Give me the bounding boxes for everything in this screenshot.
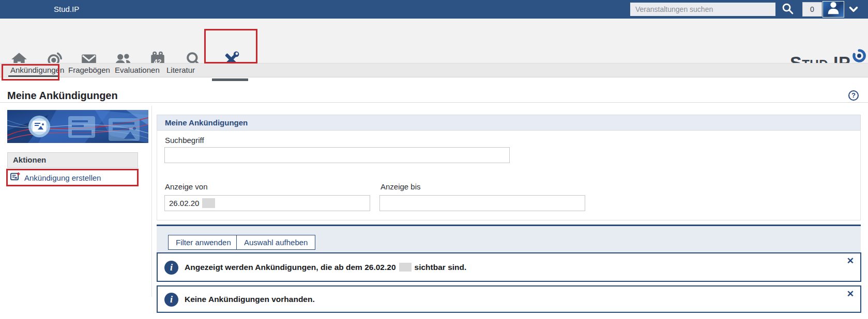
user-icon: [825, 1, 842, 17]
message-text-suffix: sichtbar sind.: [415, 263, 467, 272]
filter-box-footer: Filter anwenden Auswahl aufheben: [157, 226, 861, 256]
apply-filter-button[interactable]: Filter anwenden: [168, 235, 239, 250]
sidebar-actions-header: Aktionen: [7, 152, 138, 168]
search-icon: [781, 9, 795, 17]
chevron-down-icon[interactable]: [848, 4, 859, 14]
tab-active-indicator: [8, 75, 58, 77]
search-term-label: Suchbegriff: [165, 136, 204, 145]
info-icon: i: [164, 261, 178, 275]
top-bar: Stud.IP 0: [0, 0, 868, 19]
display-from-label: Anzeige von: [165, 182, 208, 191]
display-from-field: [164, 195, 370, 211]
close-icon[interactable]: ✕: [847, 256, 854, 266]
page-title: Meine Ankündigungen: [7, 90, 118, 102]
avatar[interactable]: [823, 1, 844, 18]
brand-title: Stud.IP: [54, 0, 79, 19]
create-announcement-label: Ankündigung erstellen: [24, 173, 101, 182]
search-term-input[interactable]: [164, 147, 510, 163]
redaction-overlay: [202, 198, 215, 208]
announcement-add-icon: [10, 172, 20, 184]
tools-active-indicator: [212, 78, 248, 81]
reset-filter-button[interactable]: Auswahl aufheben: [236, 235, 315, 250]
filter-box-body: Suchbegriff Anzeige von Anzeige bis: [157, 130, 861, 220]
main-navigation: 42 Tools Stud.IP: [0, 19, 868, 63]
tab-literatur[interactable]: Literatur: [166, 63, 195, 77]
close-icon[interactable]: ✕: [847, 289, 854, 299]
message-text-prefix: Angezeigt werden Ankündigungen, die ab d…: [185, 263, 396, 272]
sidebar-banner-image: [7, 110, 148, 143]
filter-box: Meine Ankündigungen Suchbegriff Anzeige …: [157, 115, 861, 256]
create-announcement-link[interactable]: Ankündigung erstellen: [10, 171, 101, 184]
tab-frageboegen[interactable]: Fragebögen: [68, 63, 110, 77]
empty-message-text: Keine Ankündigungen vorhanden.: [185, 295, 315, 304]
notification-count-badge[interactable]: 0: [802, 2, 822, 17]
info-icon: i: [164, 293, 178, 307]
course-search-input[interactable]: [630, 3, 775, 16]
help-icon[interactable]: ?: [848, 90, 859, 101]
sidebar-divider: [151, 106, 152, 297]
display-until-label: Anzeige bis: [380, 182, 421, 191]
redaction-overlay: [399, 263, 412, 272]
display-from-input[interactable]: [164, 195, 370, 211]
filter-box-title: Meine Ankündigungen: [157, 115, 861, 130]
display-until-input[interactable]: [379, 195, 585, 211]
info-message-empty: i Keine Ankündigungen vorhanden. ✕: [157, 285, 861, 313]
tab-evaluationen[interactable]: Evaluationen: [115, 63, 160, 77]
search-submit-button[interactable]: [778, 2, 798, 17]
info-message-visible-from: i Angezeigt werden Ankündigungen, die ab…: [157, 252, 861, 282]
title-divider: [0, 102, 868, 103]
